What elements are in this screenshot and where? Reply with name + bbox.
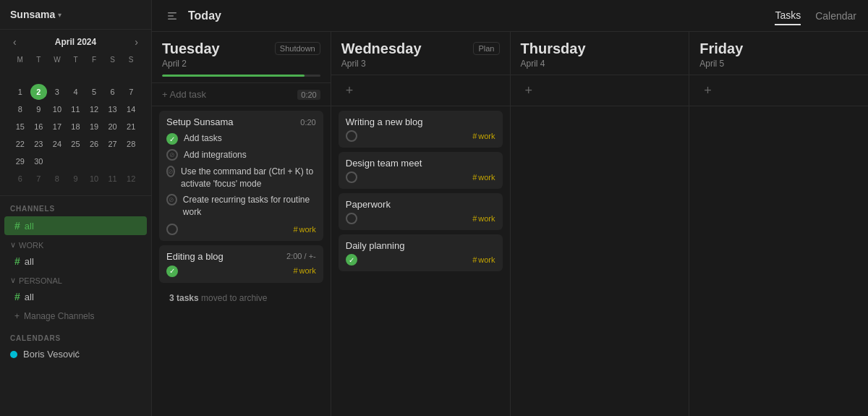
calendar-day[interactable]: 2 [30,84,48,100]
calendar-day[interactable]: 13 [104,101,122,117]
task-item-text: Add tasks [184,132,222,145]
user-header[interactable]: Sunsama ▾ [0,0,151,30]
calendar-day[interactable]: 4 [67,84,85,100]
day-date-thursday: April 4 [521,59,679,69]
calendar-day[interactable] [104,153,122,169]
task-time-badge-tuesday: 0:20 [297,90,320,100]
add-task-plus-button[interactable]: + [521,81,537,100]
calendar-day[interactable] [48,153,66,169]
calendar-next-button[interactable]: › [132,37,141,47]
calendar-day[interactable]: 15 [12,119,29,135]
calendar-day[interactable]: 12 [85,101,103,117]
calendar-day[interactable]: 7 [30,171,48,187]
calendar-day[interactable]: 11 [104,171,122,187]
calendar-day[interactable] [30,67,48,82]
calendar-day[interactable]: 16 [30,119,48,135]
calendar-day[interactable]: 20 [104,119,122,135]
task-card-writing-blog[interactable]: Writing a new blog #work [339,111,503,148]
calendar-day[interactable]: 12 [122,171,140,187]
calendar-day[interactable]: 9 [67,171,85,187]
task-check-done [346,254,357,266]
calendar-day[interactable]: 8 [48,171,66,187]
task-item-text: Use the command bar (Ctrl + K) to activa… [181,166,316,190]
check-partial-icon: ⊘ [166,149,178,161]
personal-group-label[interactable]: ∨ PERSONAL [0,271,151,286]
calendar-day[interactable] [104,67,122,82]
sidebar-item-all-global[interactable]: # all [4,216,147,235]
sidebar-item-personal-all[interactable]: # all [4,287,147,306]
calendar-day[interactable]: 6 [12,171,29,187]
collapse-sidebar-button[interactable] [163,7,181,25]
day-name-wednesday: Wednesday [341,41,422,57]
channels-section-label: CHANNELS [0,196,151,216]
tab-calendar[interactable]: Calendar [815,7,856,25]
channel-tag: #work [472,255,495,264]
calendar-day[interactable]: 18 [67,119,85,135]
calendar-day[interactable]: 21 [122,119,140,135]
calendar-day[interactable]: 10 [48,101,66,117]
calendar-day[interactable]: 23 [30,136,48,152]
shutdown-button[interactable]: Shutdown [275,42,320,55]
calendar-day[interactable]: 11 [67,101,85,117]
add-task-row-thursday[interactable]: + [511,75,689,106]
check-done-icon [166,133,178,145]
add-task-plus-button[interactable]: + [699,81,716,100]
add-task-plus-button[interactable]: + [341,81,358,100]
today-label: Today [188,9,221,22]
sidebar-item-work-all[interactable]: # all [4,252,147,271]
calendar-day[interactable]: 9 [30,101,48,117]
add-task-row-wednesday[interactable]: + [331,75,510,106]
calendar-day[interactable] [122,153,140,169]
day-name-friday: Friday [699,41,743,57]
calendar-day[interactable] [67,67,85,82]
calendar-day[interactable]: 25 [67,136,85,152]
calendar-day[interactable]: 3 [48,84,66,100]
calendar-month-year: April 2024 [55,37,96,47]
calendar-day[interactable] [48,67,66,82]
calendar-day[interactable]: 19 [85,119,103,135]
task-card-setup-sunsama[interactable]: Setup Sunsama 0:20 Add tasks ⊘ Add integ… [159,111,323,241]
calendar-day[interactable]: 17 [48,119,66,135]
calendar-day[interactable]: 6 [104,84,122,100]
calendar-day[interactable]: 14 [122,101,140,117]
channel-label: all [25,292,34,302]
task-card-paperwork[interactable]: Paperwork #work [339,193,503,230]
plan-button[interactable]: Plan [473,42,499,55]
calendar-user-item[interactable]: Boris Vesović [0,345,151,363]
day-date-wednesday: April 3 [341,59,500,69]
task-card-daily-planning[interactable]: Daily planning #work [339,234,503,271]
calendar-day[interactable] [85,67,103,82]
archived-count: 3 tasks [169,293,199,303]
calendar-day[interactable]: 30 [30,153,48,169]
calendar-day[interactable]: 26 [85,136,103,152]
calendar-day[interactable]: 29 [12,153,29,169]
manage-channels-button[interactable]: + Manage Channels [4,307,147,325]
task-check [346,171,357,183]
calendar-day[interactable] [85,153,103,169]
channel-tag-work: #work [293,225,315,234]
calendar-day[interactable]: 10 [85,171,103,187]
calendar-day[interactable] [12,67,29,82]
calendar-day[interactable]: 27 [104,136,122,152]
task-card-editing-blog[interactable]: Editing a blog 2:00 / +- #work [159,245,323,283]
calendar-day[interactable]: 8 [12,101,29,117]
calendar-day[interactable]: 7 [122,84,140,100]
calendar-user-name: Boris Vesović [23,349,80,360]
add-task-row-friday[interactable]: + [689,75,868,106]
calendar-day[interactable]: 5 [85,84,103,100]
day-date-tuesday: April 2 [162,59,320,69]
calendar-prev-button[interactable]: ‹ [10,37,20,47]
calendar-day[interactable]: 1 [12,84,29,100]
task-card-design-meet[interactable]: Design team meet #work [339,152,503,189]
chevron-icon: ∨ [10,276,16,285]
calendar-day[interactable] [67,153,85,169]
calendar-day[interactable]: 24 [48,136,66,152]
calendar-day[interactable]: 22 [12,136,29,152]
work-group-label[interactable]: ∨ WORK [0,236,151,251]
calendar-day[interactable] [122,67,140,82]
check-done-icon [166,266,178,277]
tab-tasks[interactable]: Tasks [775,7,801,25]
cal-weekday: T [67,54,85,65]
calendar-day[interactable]: 28 [122,136,140,152]
add-task-row-tuesday[interactable]: + Add task 0:20 [152,83,331,106]
